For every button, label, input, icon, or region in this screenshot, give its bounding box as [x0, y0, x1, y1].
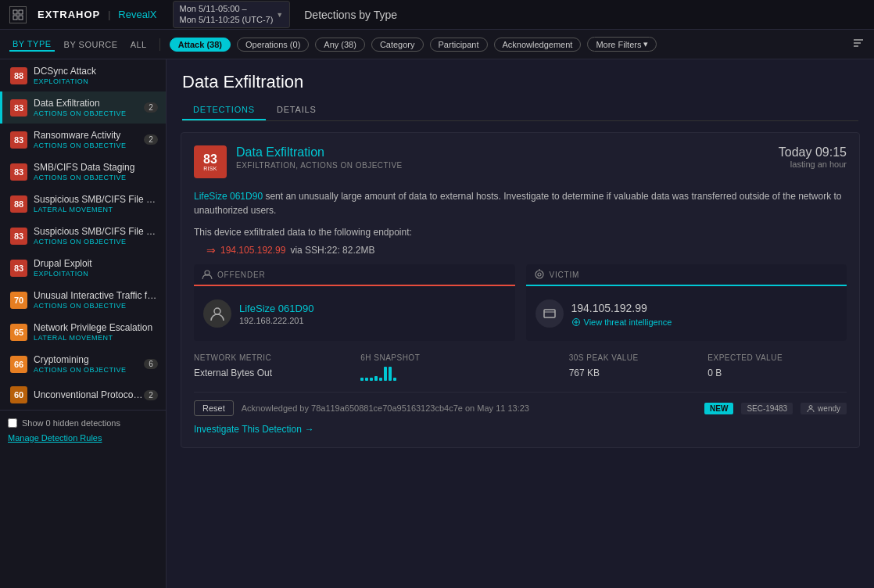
sidebar-item-smb-share[interactable]: 83 Suspicious SMB/CIFS File Share Access… [0, 220, 166, 252]
metrics-peak-value: 767 KB [569, 368, 708, 378]
svg-rect-13 [544, 310, 555, 317]
user-label: wendy [818, 404, 840, 413]
sidebar-item-label: Ransomware Activity [34, 130, 144, 141]
threat-intel-link[interactable]: View threat intelligence [571, 317, 672, 327]
more-filters-label: More Filters [596, 40, 641, 49]
metrics-data-row: External Bytes Out 767 [194, 365, 847, 381]
pill-attack[interactable]: Attack (38) [170, 38, 231, 52]
nav-center: Mon 5/11-05:00 – Mon 5/11-10:25 (UTC-7) … [173, 1, 865, 27]
page-title: Detections by Type [304, 9, 397, 21]
pill-acknowledgement[interactable]: Acknowledgement [494, 38, 582, 52]
spark-bar [393, 378, 396, 381]
sidebar-item-ransomware[interactable]: 83 Ransomware Activity ACTIONS ON OBJECT… [0, 124, 166, 156]
reset-button[interactable]: Reset [194, 400, 234, 416]
tab-by-type[interactable]: BY TYPE [9, 38, 55, 52]
sidebar-item-unconventional[interactable]: 60 Unconventional Protocol Communication… [0, 380, 166, 410]
manage-detection-rules-link[interactable]: Manage Detection Rules [8, 433, 102, 443]
detection-title-group: Data Exfiltration EXFILTRATION, ACTIONS … [236, 145, 403, 170]
pill-operations[interactable]: Operations (0) [237, 38, 309, 52]
sidebar-item-network-priv[interactable]: 65 Network Privilege Escalation LATERAL … [0, 316, 166, 348]
filter-divider [159, 38, 160, 51]
main-layout: 88 DCSync Attack EXPLOITATION 83 Data Ex… [0, 59, 874, 588]
pill-category[interactable]: Category [371, 38, 424, 52]
sidebar-item-drupal[interactable]: 83 Drupal Exploit EXPLOITATION [0, 252, 166, 284]
pill-participant[interactable]: Participant [430, 38, 488, 52]
tab-detections[interactable]: DETECTIONS [182, 100, 266, 120]
sidebar-item-category: ACTIONS ON OBJECTIVE [34, 174, 158, 181]
app-icon [9, 6, 27, 23]
sort-icon[interactable] [852, 37, 865, 52]
show-hidden-checkbox[interactable] [8, 418, 17, 428]
sidebar-item-label: Suspicious SMB/CIFS File Reads [34, 194, 158, 205]
top-nav: EXTRAHOP | RevealX Mon 5/11-05:00 – Mon … [0, 0, 874, 30]
show-hidden-row[interactable]: Show 0 hidden detections [8, 418, 158, 428]
risk-score-icon: 83 [10, 131, 27, 149]
investigate-link[interactable]: Investigate This Detection → [194, 419, 847, 435]
spark-bar [360, 378, 364, 381]
metrics-snapshot [360, 365, 568, 381]
tab-all[interactable]: ALL [127, 38, 150, 51]
content-tabs: DETECTIONS DETAILS [182, 100, 858, 121]
metrics-section: Network Metric 6h Snapshot 30s Peak Valu… [194, 353, 847, 381]
sidebar-footer: Show 0 hidden detections Manage Detectio… [0, 410, 166, 451]
sidebar-item-category: EXPLOITATION [34, 77, 158, 85]
tab-by-source[interactable]: BY SOURCE [61, 38, 121, 51]
victim-label: VICTIM [550, 271, 580, 279]
sidebar-item-label: Unusual Interactive Traffic from an Exte… [34, 290, 158, 301]
victim-header: VICTIM [526, 264, 847, 286]
spark-bar [379, 378, 382, 381]
risk-score-icon: 83 [10, 228, 27, 245]
investigate-label: Investigate This Detection [194, 424, 302, 435]
sidebar-item-dcsync[interactable]: 88 DCSync Attack EXPLOITATION [0, 59, 166, 91]
victim-ip: 194.105.192.99 [571, 302, 672, 314]
offender-header: OFFENDER [194, 264, 515, 286]
tab-details[interactable]: DETAILS [266, 100, 328, 120]
sidebar-item-smb-staging[interactable]: 83 SMB/CIFS Data Staging ACTIONS ON OBJE… [0, 156, 166, 188]
sidebar-item-unusual-traffic[interactable]: 70 Unusual Interactive Traffic from an E… [0, 284, 166, 316]
svg-point-10 [536, 271, 543, 278]
svg-point-9 [214, 308, 220, 314]
sec-badge[interactable]: SEC-19483 [741, 403, 793, 414]
risk-score-icon: 83 [10, 99, 27, 117]
detection-description: LifeSize 061D90 sent an unusually large … [194, 189, 847, 217]
risk-score-icon: 83 [10, 163, 27, 181]
sidebar-item-label: Data Exfiltration [34, 98, 144, 109]
offender-device-link[interactable]: LifeSize 061D90 [194, 191, 263, 202]
endpoint-ip[interactable]: 194.105.192.99 [220, 245, 285, 256]
show-hidden-label: Show 0 hidden detections [22, 418, 120, 428]
endpoint-label: This device exfiltrated data to the foll… [194, 227, 847, 238]
detection-time: Today 09:15 lasting an hour [779, 145, 847, 169]
metrics-header-row: Network Metric 6h Snapshot 30s Peak Valu… [194, 353, 847, 362]
chevron-down-icon: ▾ [643, 39, 648, 49]
more-filters-button[interactable]: More Filters ▾ [587, 37, 657, 52]
pill-any[interactable]: Any (38) [315, 38, 365, 52]
offender-device-name[interactable]: LifeSize 061D90 [239, 303, 313, 314]
spark-bar [370, 378, 373, 381]
description-text: sent an unusually large amount of data t… [194, 191, 842, 216]
risk-score-icon: 66 [10, 356, 27, 373]
sidebar-item-data-exfiltration[interactable]: 83 Data Exfiltration ACTIONS ON OBJECTIV… [0, 91, 166, 124]
detection-time-sub: lasting an hour [779, 160, 847, 169]
time-line1: Mon 5/11-05:00 – [180, 4, 247, 13]
card-footer: Reset Acknowledged by 78a119a650881ce70a… [194, 392, 847, 419]
detection-card-left: 83 RISK Data Exfiltration EXFILTRATION, … [194, 145, 403, 178]
offender-box: OFFENDER LifeSize 061D90 192.168.222.201 [194, 264, 515, 341]
risk-score-icon: 65 [10, 324, 27, 341]
threat-intel-label: View threat intelligence [584, 317, 672, 327]
metrics-col1-header: Network Metric [194, 353, 360, 362]
chevron-down-icon: ▼ [276, 11, 283, 19]
sidebar-item-smb-reads[interactable]: 88 Suspicious SMB/CIFS File Reads LATERA… [0, 188, 166, 220]
sidebar-item-label: Drupal Exploit [34, 258, 158, 269]
time-selector[interactable]: Mon 5/11-05:00 – Mon 5/11-10:25 (UTC-7) … [173, 1, 291, 27]
content-title: Data Exfiltration [182, 72, 858, 92]
sidebar-item-category: LATERAL MOVEMENT [34, 334, 158, 342]
sidebar-item-badge: 2 [144, 102, 158, 113]
sidebar-item-cryptomining[interactable]: 66 Cryptomining ACTIONS ON OBJECTIVE 6 [0, 348, 166, 380]
sidebar-item-category: LATERAL MOVEMENT [34, 206, 158, 213]
ov-section: OFFENDER LifeSize 061D90 192.168.222.201 [194, 264, 847, 341]
risk-score-icon: 83 [10, 260, 27, 277]
main-content: Data Exfiltration DETECTIONS DETAILS 83 … [167, 59, 874, 588]
svg-rect-0 [13, 10, 17, 14]
threat-intel-icon [571, 317, 581, 327]
endpoint-via: via SSH:22: 82.2MB [290, 245, 374, 256]
